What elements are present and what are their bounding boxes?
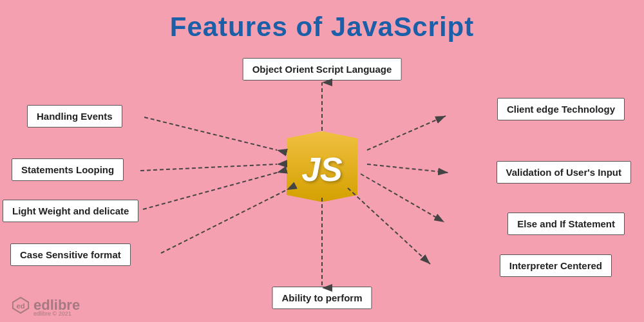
feature-bottom: Ability to perform <box>272 287 372 309</box>
js-logo: JS <box>287 131 357 202</box>
page-title: Features of JavaScript <box>0 0 644 43</box>
svg-line-11 <box>367 164 448 173</box>
svg-line-12 <box>361 174 444 222</box>
js-logo-text: JS <box>301 150 343 189</box>
svg-line-10 <box>367 116 446 150</box>
feature-top: Object Orient Script Language <box>243 58 402 80</box>
svg-line-5 <box>144 117 277 150</box>
feature-mid-right2: Else and If Statement <box>507 213 625 235</box>
feature-mid-left1: Statements Looping <box>12 158 124 181</box>
feature-bottom-right: Interpreter Centered <box>500 254 612 277</box>
watermark-icon: ed <box>12 296 30 314</box>
svg-line-7 <box>143 173 277 209</box>
watermark-sub: edlibre © 2021 <box>33 310 71 317</box>
svg-line-8 <box>161 190 287 253</box>
feature-mid-left2: Light Weight and delicate <box>3 200 138 222</box>
svg-text:ed: ed <box>16 302 24 310</box>
svg-line-13 <box>348 188 430 264</box>
feature-mid-right1: Validation of User's Input <box>497 161 631 184</box>
feature-top-left: Handling Events <box>27 105 122 128</box>
svg-line-6 <box>140 164 277 171</box>
feature-bottom-left: Case Sensitive format <box>10 243 131 266</box>
feature-top-right: Client edge Technology <box>497 98 625 120</box>
